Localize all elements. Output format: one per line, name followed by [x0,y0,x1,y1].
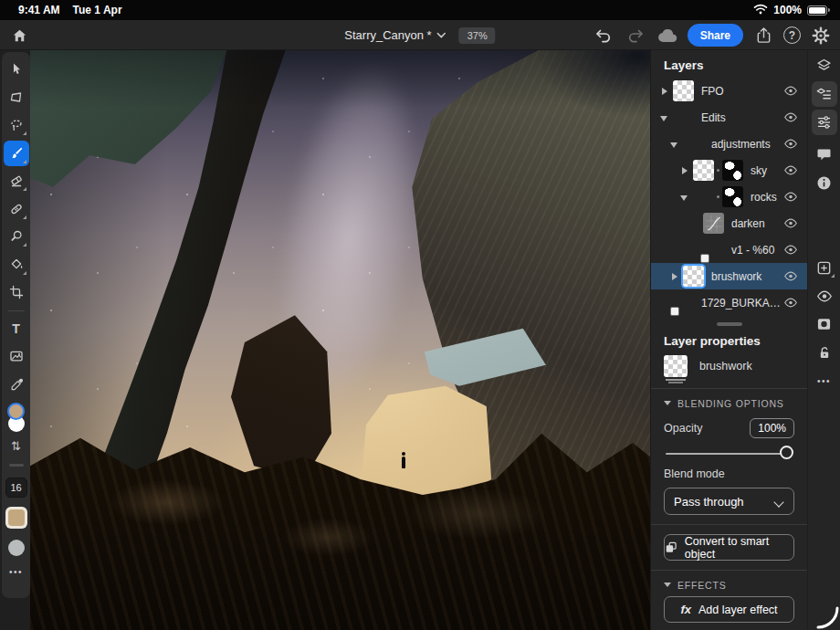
cloud-sync-icon[interactable] [656,24,679,47]
gear-icon[interactable] [809,24,833,47]
blend-mode-dropdown[interactable]: Pass through [664,488,794,515]
divider [651,570,807,571]
visibility-icon[interactable] [812,283,837,309]
expand-icon[interactable] [679,165,690,176]
export-icon[interactable] [751,24,775,47]
eraser-tool[interactable] [4,168,29,194]
collapse-icon[interactable] [659,112,670,123]
opacity-slider-knob[interactable] [780,446,793,459]
layer-thumbnail[interactable] [683,266,704,287]
layer-row-sky[interactable]: sky [651,157,807,184]
add-layer-icon[interactable] [812,255,837,280]
layer-row-brushwork[interactable]: brushwork [651,263,807,289]
layers-icon[interactable] [812,53,837,79]
swap-colors-icon[interactable]: ⇅ [11,439,21,453]
info-icon[interactable] [812,170,837,195]
layer-row-fpo[interactable]: FPO [651,78,807,104]
layer-name: v1 - %60 [731,244,783,257]
visibility-eye-icon[interactable] [783,217,798,229]
layer-row-rocks[interactable]: rocks [651,184,807,210]
layer-thumbnail[interactable] [673,80,694,101]
layer-name: rocks [751,191,783,204]
type-tool[interactable]: T [4,316,29,341]
eyedropper-tool[interactable] [4,372,29,397]
fill-tool[interactable] [4,252,29,278]
expand-icon[interactable] [659,86,670,97]
visibility-eye-icon[interactable] [783,164,798,176]
opacity-value-field[interactable]: 100% [750,418,794,438]
type-tool-glyph: T [12,321,20,336]
zoom-level-badge[interactable]: 37% [459,27,496,44]
layer-thumbnail[interactable] [693,160,714,181]
visibility-eye-icon[interactable] [783,244,798,256]
move-tool[interactable] [4,57,29,82]
redo-button[interactable] [624,24,647,47]
adjustments-icon[interactable] [812,110,837,135]
mask-icon[interactable] [812,311,837,337]
corner-gesture-arc [815,605,839,629]
chevron-down-icon [775,497,784,506]
layer-properties-icon[interactable] [812,81,837,107]
collapse-icon[interactable] [679,192,690,203]
fx-icon: fx [680,603,691,616]
comments-icon[interactable] [812,142,837,167]
help-icon[interactable]: ? [783,26,801,44]
layer-mask-thumbnail[interactable] [722,160,743,181]
opacity-slider[interactable] [666,453,791,455]
layer-mask-thumbnail[interactable] [722,186,743,207]
visibility-eye-icon[interactable] [783,191,798,203]
document-title[interactable]: Starry_Canyon * [344,28,446,42]
layer-row-darken[interactable]: darken [651,210,807,236]
soft-brush-preview[interactable] [8,540,25,556]
layer-row-v1-60[interactable]: v1 - %60 [651,236,807,263]
document-canvas[interactable] [30,50,650,630]
dodge-tool[interactable] [4,224,29,249]
lasso-tool[interactable] [4,112,29,138]
blending-options-header[interactable]: BLENDING OPTIONS [664,398,794,409]
layer-name: brushwork [711,270,783,283]
layer-thumbnail[interactable] [673,292,694,313]
visibility-eye-icon[interactable] [783,111,798,123]
undo-button[interactable] [592,24,615,47]
brush-size-badge[interactable]: 16 [5,478,27,498]
layer-thumbnail[interactable] [693,186,714,207]
brush-preview[interactable] [5,507,27,529]
date: Tue 1 Apr [73,4,122,16]
foreground-color-swatch[interactable] [7,403,25,420]
layer-thumbnail[interactable] [703,213,724,234]
expand-icon[interactable] [669,271,680,282]
visibility-eye-icon[interactable] [783,297,798,309]
layer-thumbnail[interactable] [683,133,704,154]
visibility-eye-icon[interactable] [783,85,798,97]
status-bar: 9:41 AM Tue 1 Apr 100% [0,0,840,20]
expander-spacer [689,218,700,229]
effects-header[interactable]: EFFECTS [664,580,794,591]
healing-brush-tool[interactable] [4,196,29,222]
layer-row-1729-burka-anced-nr33[interactable]: 1729_BURKA...anced-NR33 [651,289,807,316]
visibility-eye-icon[interactable] [783,270,798,282]
home-button[interactable] [7,24,31,47]
brush-tool[interactable] [4,141,29,166]
panel-drag-handle[interactable] [717,322,742,326]
collapse-icon[interactable] [669,139,680,150]
chevron-down-icon [664,400,671,407]
convert-to-smart-object-button[interactable]: Convert to smart object [664,534,794,561]
layer-thumbnail[interactable] [673,107,694,128]
visibility-eye-icon[interactable] [783,138,798,150]
crop-tool[interactable] [4,279,29,305]
color-swatches [7,403,25,432]
share-button[interactable]: Share [688,24,743,47]
properties-layer-thumbnail [664,355,688,377]
add-layer-effect-button[interactable]: fx Add layer effect [664,596,794,623]
more-icon[interactable]: ••• [812,368,837,394]
layer-row-edits[interactable]: Edits [651,104,807,131]
transform-tool[interactable] [4,85,29,110]
panel-divider [9,464,24,467]
top-toolbar: Starry_Canyon * 37% Share ? [0,20,840,50]
layers-panel-title: Layers [664,58,794,72]
layer-thumbnail[interactable] [703,239,724,260]
layer-row-adjustments[interactable]: adjustments [651,131,807,157]
unlock-icon[interactable] [812,340,837,365]
place-photo-tool[interactable] [4,343,29,369]
more-tools-icon[interactable]: ••• [9,567,23,577]
